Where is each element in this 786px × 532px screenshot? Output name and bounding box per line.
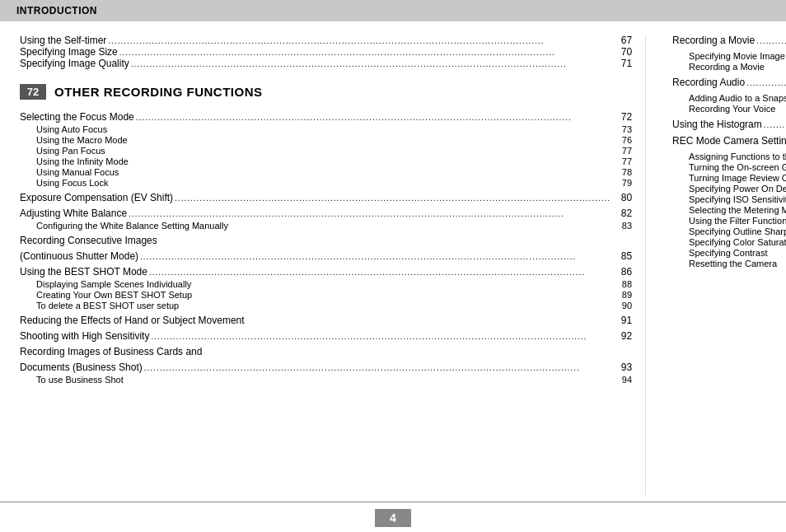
toc-entry-title: Recording Images of Business Cards and — [20, 346, 202, 357]
toc-sub-title: Configuring the White Balance Setting Ma… — [36, 221, 228, 231]
toc-sub-item: Using the Infinity Mode 77 — [36, 156, 632, 166]
toc-dots — [131, 59, 611, 68]
toc-sub-title: To use Business Shot — [36, 375, 124, 385]
toc-entry-title: Selecting the Focus Mode — [20, 111, 134, 123]
toc-entry-page: 92 — [612, 330, 632, 342]
toc-sub-title: Using Manual Focus — [36, 167, 119, 177]
toc-sub-page: 76 — [612, 135, 632, 145]
toc-sub-item: Turning the On-screen Grid On and Off 10… — [689, 162, 786, 172]
list-item: Reducing the Effects of Hand or Subject … — [20, 315, 632, 326]
right-toc: Recording a Movie 95 Specifying Movie Im… — [672, 35, 786, 268]
toc-sub-page: 78 — [612, 167, 632, 177]
toc-entry-title: Exposure Compensation (EV Shift) — [20, 192, 173, 203]
toc-entry-title: REC Mode Camera Settings — [672, 135, 786, 147]
list-item: Documents (Business Shot) 93 To use Busi… — [20, 362, 632, 385]
toc-sub-title: Recording a Movie — [689, 62, 786, 72]
toc-entry-title: Documents (Business Shot) — [20, 362, 143, 373]
toc-sub-title: To delete a BEST SHOT user setup — [36, 301, 179, 310]
toc-sub-item: Selecting the Metering Mode 111 — [689, 205, 786, 215]
toc-sub-title: Recording Your Voice — [689, 104, 786, 114]
toc-dots — [151, 332, 611, 341]
toc-entry-page: 86 — [612, 266, 632, 278]
toc-sub-page: 77 — [612, 146, 632, 156]
left-toc: Selecting the Focus Mode 72 Using Auto F… — [20, 111, 632, 385]
list-item: Recording a Movie 95 Specifying Movie Im… — [672, 35, 786, 72]
toc-entry-page: 93 — [612, 362, 632, 373]
toc-sub-item: Assigning Functions to the [◄] and [►] K… — [689, 152, 786, 161]
list-item: Exposure Compensation (EV Shift) 80 — [20, 192, 632, 203]
top-toc-entry: Specifying Image Quality 71 — [20, 58, 632, 69]
toc-sub-item: Using Focus Lock 79 — [36, 178, 632, 188]
toc-sub-page: 73 — [612, 124, 632, 134]
content-area: Using the Self-timer 67 Specifying Image… — [0, 21, 786, 495]
toc-entry-page: 67 — [612, 35, 632, 46]
toc-entry-title: Recording a Movie — [672, 35, 755, 46]
page-container: INTRODUCTION Using the Self-timer 67 Spe… — [0, 0, 786, 532]
toc-entry-page: 72 — [612, 111, 632, 123]
list-item: Selecting the Focus Mode 72 Using Auto F… — [20, 111, 632, 188]
toc-sub-title: Resetting the Camera — [689, 259, 786, 268]
section-header: 72 OTHER RECORDING FUNCTIONS — [20, 84, 632, 100]
header-label: INTRODUCTION — [16, 5, 97, 16]
toc-entry-page: 82 — [612, 208, 632, 219]
toc-sub-item: To delete a BEST SHOT user setup 90 — [36, 301, 632, 310]
toc-sub-title: Using the Filter Function — [689, 216, 786, 226]
toc-sub-title: Specifying Power On Default Settings — [689, 184, 786, 194]
toc-sub-title: Displaying Sample Scenes Individually — [36, 279, 191, 289]
toc-entry-title: Using the BEST SHOT Mode — [20, 266, 147, 278]
toc-sub-title: Specifying Color Saturation — [689, 237, 786, 247]
toc-sub-item: Creating Your Own BEST SHOT Setup 89 — [36, 290, 632, 300]
toc-sub-title: Using the Macro Mode — [36, 135, 128, 145]
toc-sub-item: To use Business Shot 94 — [36, 375, 632, 385]
toc-sub-title: Using Auto Focus — [36, 124, 107, 134]
list-item: Recording Audio 99 Adding Audio to a Sna… — [672, 77, 786, 114]
header-bar: INTRODUCTION — [0, 0, 786, 21]
toc-sub-item: Specifying Outline Sharpness 113 — [689, 226, 786, 236]
toc-dots — [119, 48, 611, 57]
toc-entry-title: Specifying Image Size — [20, 46, 118, 58]
list-item: Using the BEST SHOT Mode 86 Displaying S… — [20, 266, 632, 310]
toc-dots — [108, 36, 611, 45]
toc-sub-item: Using the Macro Mode 76 — [36, 135, 632, 145]
toc-sub-item: Specifying Power On Default Settings 108 — [689, 184, 786, 194]
toc-entry-page: 91 — [612, 315, 632, 326]
left-column: Using the Self-timer 67 Specifying Image… — [20, 35, 646, 495]
toc-sub-title: Selecting the Metering Mode — [689, 205, 786, 215]
list-item: Using the Histogram 102 — [672, 119, 786, 130]
toc-dots — [175, 194, 611, 203]
toc-entry-title: (Continuous Shutter Mode) — [20, 250, 138, 262]
toc-sub-item: Resetting the Camera 114 — [689, 259, 786, 268]
toc-entry-title: Specifying Image Quality — [20, 58, 129, 69]
toc-dots — [149, 268, 611, 277]
toc-sub-title: Specifying Movie Image Quality — [689, 51, 786, 61]
toc-dots — [764, 119, 786, 130]
toc-entry-page: 85 — [612, 250, 632, 262]
toc-sub-item: Using Pan Focus 77 — [36, 146, 632, 156]
toc-sub-item: Displaying Sample Scenes Individually 88 — [36, 279, 632, 289]
toc-sub-item: Using the Filter Function 112 — [689, 216, 786, 226]
toc-entry-page: 71 — [612, 58, 632, 69]
list-item: Adjusting White Balance 82 Configuring t… — [20, 208, 632, 231]
right-column: Recording a Movie 95 Specifying Movie Im… — [666, 35, 786, 495]
toc-entry-page: 70 — [612, 46, 632, 58]
toc-dots — [144, 363, 611, 372]
toc-entry-page: 80 — [612, 192, 632, 203]
list-item: REC Mode Camera Settings 105 Assigning F… — [672, 135, 786, 268]
toc-entry-title: Recording Audio — [672, 77, 745, 88]
footer: 4 — [0, 502, 786, 532]
toc-dots — [136, 113, 611, 122]
toc-sub-item: Turning Image Review On and Off 107 — [689, 173, 786, 183]
toc-sub-page: 79 — [612, 178, 632, 188]
toc-sub-item: Specifying Contrast 114 — [689, 248, 786, 258]
toc-sub-title: Turning Image Review On and Off — [689, 173, 786, 183]
toc-sub-title: Specifying Outline Sharpness — [689, 226, 786, 236]
toc-entry-title: Reducing the Effects of Hand or Subject … — [20, 315, 245, 326]
toc-dots — [756, 35, 786, 46]
list-item: Recording Consecutive Images — [20, 235, 632, 246]
toc-sub-title: Creating Your Own BEST SHOT Setup — [36, 290, 192, 300]
list-item: (Continuous Shutter Mode) 85 — [20, 250, 632, 262]
list-item: Recording Images of Business Cards and — [20, 346, 632, 357]
toc-entry-title: Adjusting White Balance — [20, 208, 127, 219]
toc-entry-title: Shooting with High Sensitivity — [20, 330, 149, 342]
toc-dots — [140, 252, 611, 261]
